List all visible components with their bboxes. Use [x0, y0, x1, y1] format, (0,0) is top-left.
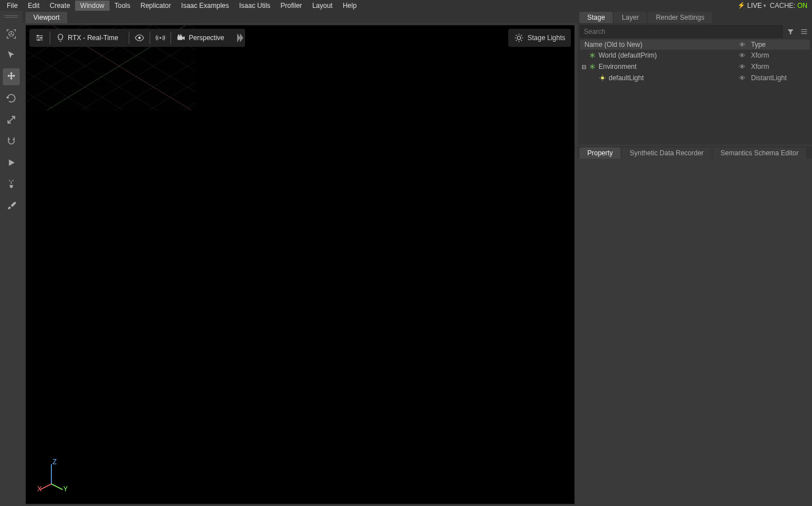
column-type[interactable]: Type	[749, 41, 810, 49]
svg-point-4	[160, 37, 161, 39]
physics-icon	[6, 178, 17, 190]
stage-tree[interactable]: World (defaultPrim)Xform⊟EnvironmentXfor…	[580, 50, 810, 145]
renderer-button[interactable]: RTX - Real-Time	[50, 29, 129, 47]
sliders-icon	[34, 33, 45, 43]
tab-semantics-schema-editor[interactable]: Semantics Schema Editor	[713, 147, 806, 159]
menubar: File Edit Create Window Tools Replicator…	[2, 1, 362, 11]
column-visibility[interactable]	[735, 41, 749, 49]
filter-icon	[787, 28, 794, 36]
viewport[interactable]: RTX - Real-Time Perspective	[25, 25, 575, 504]
chevron-down-icon[interactable]: ▾	[763, 3, 766, 8]
magnet-icon	[6, 136, 17, 147]
scale-tool-button[interactable]	[3, 111, 20, 128]
visibility-toggle[interactable]	[735, 63, 749, 71]
table-row[interactable]: defaultLightDistantLight	[580, 72, 810, 84]
menu-replicator[interactable]: Replicator	[136, 1, 176, 11]
eye-icon	[739, 41, 745, 49]
tab-stage[interactable]: Stage	[579, 12, 613, 23]
cursor-icon	[6, 50, 17, 61]
search-input[interactable]	[580, 25, 783, 38]
rotate-icon	[6, 93, 17, 104]
svg-rect-5	[178, 36, 183, 40]
visibility-toggle[interactable]	[735, 51, 749, 59]
stage-column-header[interactable]: Name (Old to New) Type	[580, 40, 810, 50]
column-name[interactable]: Name (Old to New)	[580, 41, 735, 49]
filter-button[interactable]	[785, 26, 796, 37]
move-tool-button[interactable]	[3, 68, 20, 85]
svg-point-2	[38, 39, 40, 41]
hamburger-icon	[800, 28, 808, 36]
audio-button[interactable]	[150, 29, 171, 47]
menu-create[interactable]: Create	[45, 1, 75, 11]
lightbulb-icon	[55, 33, 66, 43]
menu-layout[interactable]: Layout	[307, 1, 338, 11]
menu-tools[interactable]: Tools	[110, 1, 136, 11]
row-label: Environment	[597, 63, 735, 71]
cache-value: ON	[797, 2, 807, 10]
brush-icon	[6, 200, 17, 211]
sun-icon	[514, 33, 524, 43]
frame-tool-button[interactable]	[3, 25, 20, 42]
toolbar-overflow[interactable]	[235, 32, 245, 43]
row-label: defaultLight	[607, 74, 735, 82]
lightning-icon: ⚡	[737, 2, 745, 9]
stage-lights-button[interactable]: Stage Lights	[508, 29, 571, 47]
visibility-button[interactable]	[129, 29, 150, 47]
left-toolbar	[0, 11, 23, 506]
renderer-label: RTX - Real-Time	[66, 34, 124, 42]
menu-profiler[interactable]: Profiler	[276, 1, 307, 11]
row-type: Xform	[749, 63, 810, 71]
tab-viewport[interactable]: Viewport	[25, 12, 67, 23]
table-row[interactable]: ⊟EnvironmentXform	[580, 61, 810, 72]
svg-point-8	[517, 36, 521, 40]
xform-icon	[588, 51, 597, 60]
menu-window[interactable]: Window	[75, 1, 110, 11]
play-button[interactable]	[3, 154, 20, 171]
audio-icon	[155, 33, 165, 43]
chevron-right-icon	[236, 32, 244, 43]
expand-toggle[interactable]: ⊟	[580, 64, 588, 70]
camera-button[interactable]: Perspective	[171, 29, 235, 47]
stage-panel: Name (Old to New) Type World (defaultPri…	[578, 23, 812, 145]
tab-property[interactable]: Property	[579, 147, 621, 159]
menu-edit[interactable]: Edit	[23, 1, 45, 11]
svg-text:Y: Y	[63, 485, 68, 492]
menu-file[interactable]: File	[2, 1, 23, 11]
row-label: World (defaultPrim)	[597, 51, 735, 59]
rotate-tool-button[interactable]	[3, 90, 20, 107]
play-icon	[6, 157, 17, 168]
menu-help[interactable]: Help	[338, 1, 362, 11]
svg-point-7	[180, 34, 182, 36]
tab-synthetic-data-recorder[interactable]: Synthetic Data Recorder	[622, 147, 711, 159]
svg-line-11	[51, 484, 63, 490]
property-panel	[578, 159, 812, 506]
tab-render-settings[interactable]: Render Settings	[648, 12, 712, 23]
brush-tool-button[interactable]	[3, 197, 20, 214]
viewport-settings-button[interactable]	[29, 29, 50, 47]
axis-gizmo[interactable]: Z X Y	[37, 459, 71, 492]
svg-text:Z: Z	[53, 459, 56, 466]
light-icon	[598, 73, 607, 82]
eye-icon	[134, 33, 145, 43]
move-icon	[6, 71, 17, 82]
select-tool-button[interactable]	[3, 47, 20, 64]
cache-label: CACHE:	[770, 2, 795, 10]
svg-point-0	[37, 35, 39, 37]
xform-icon	[588, 62, 597, 71]
table-row[interactable]: World (defaultPrim)Xform	[580, 50, 810, 61]
svg-rect-15	[601, 77, 604, 80]
camera-icon	[176, 33, 186, 43]
cache-status[interactable]: CACHE: ON	[770, 2, 807, 10]
options-button[interactable]	[798, 26, 810, 37]
visibility-toggle[interactable]	[735, 74, 749, 82]
tab-layer[interactable]: Layer	[614, 12, 647, 23]
snap-tool-button[interactable]	[3, 133, 20, 150]
physics-tool-button[interactable]	[3, 176, 20, 193]
svg-point-6	[178, 34, 180, 36]
live-status[interactable]: ⚡ LIVE ▾	[737, 2, 766, 10]
svg-text:X: X	[37, 485, 42, 492]
camera-label: Perspective	[186, 34, 230, 42]
menu-isaac-utils[interactable]: Isaac Utils	[234, 1, 276, 11]
menu-isaac-examples[interactable]: Isaac Examples	[176, 1, 234, 11]
toolbar-grip[interactable]	[5, 15, 18, 19]
